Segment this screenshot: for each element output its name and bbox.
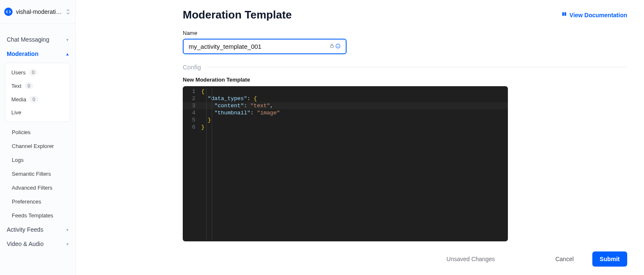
nav-label: Chat Messaging	[7, 36, 49, 43]
sidebar: vishal-moderatio... Chat Messaging ▾ Mod…	[0, 0, 76, 275]
name-input-wrap	[183, 39, 347, 54]
subnav-label: Text	[11, 83, 21, 89]
input-icons	[329, 43, 341, 50]
nav-label: Moderation	[7, 50, 38, 57]
code-line: 5 }	[183, 116, 508, 124]
line-number: 3	[183, 102, 201, 109]
count-badge: 0	[29, 96, 38, 103]
code-line: 6}	[183, 124, 508, 131]
subnav-semantic-filters[interactable]: Semantic Filters	[3, 167, 72, 181]
doc-link-label: View Documentation	[570, 12, 627, 19]
line-number: 2	[183, 95, 201, 102]
chevron-down-icon: ▾	[66, 242, 68, 246]
code-content: "data_types": {	[201, 95, 508, 102]
editor-title: New Moderation Template	[183, 77, 627, 83]
submit-button[interactable]: Submit	[592, 251, 627, 267]
count-badge: 0	[25, 82, 33, 89]
subnav-live[interactable]: Live	[6, 106, 69, 119]
chevron-up-icon: ▴	[66, 52, 68, 56]
moderation-subnav-card: Users 0 Text 0 Media 0 Live	[5, 63, 70, 122]
app-switch-icon	[66, 9, 70, 15]
nav-chat-messaging[interactable]: Chat Messaging ▾	[3, 32, 72, 47]
subnav-advanced-filters[interactable]: Advanced Filters	[3, 181, 72, 195]
nav-moderation[interactable]: Moderation ▴	[3, 47, 72, 61]
subnav-label: Users	[11, 69, 26, 76]
code-content: "content": "text",	[201, 102, 508, 109]
line-number: 6	[183, 124, 201, 131]
code-content: {	[201, 88, 508, 95]
code-line: 2 "data_types": {	[183, 95, 508, 102]
app-switcher[interactable]: vishal-moderatio...	[0, 0, 75, 24]
subnav-users[interactable]: Users 0	[6, 66, 69, 79]
line-number: 5	[183, 116, 201, 124]
unsaved-status: Unsaved Changes	[447, 256, 495, 262]
code-line: 1{	[183, 88, 508, 95]
line-number: 1	[183, 88, 201, 95]
divider-line	[208, 67, 627, 67]
name-input[interactable]	[189, 43, 327, 50]
name-field: Name	[183, 30, 627, 54]
lock-icon	[329, 43, 334, 50]
form-footer: Unsaved Changes Cancel Submit	[183, 251, 627, 267]
subnav-feeds-templates[interactable]: Feeds Templates	[3, 209, 72, 222]
json-editor[interactable]: 1{2 "data_types": {3 "content": "text",4…	[183, 86, 508, 241]
subnav-channel-explorer[interactable]: Channel Explorer	[3, 139, 72, 153]
code-content: }	[201, 124, 508, 131]
cancel-button[interactable]: Cancel	[548, 251, 581, 267]
sidebar-nav: Chat Messaging ▾ Moderation ▴ Users 0 Te…	[0, 24, 75, 254]
subnav-media[interactable]: Media 0	[6, 93, 69, 106]
name-label: Name	[183, 30, 627, 36]
config-label: Config	[183, 63, 201, 71]
line-number: 4	[183, 109, 201, 116]
nav-activity-feeds[interactable]: Activity Feeds ▾	[3, 222, 72, 237]
svg-rect-0	[331, 46, 334, 48]
subnav-preferences[interactable]: Preferences	[3, 195, 72, 209]
code-line: 3 "content": "text",	[183, 102, 508, 109]
page-title: Moderation Template	[183, 8, 292, 21]
nav-label: Activity Feeds	[7, 226, 43, 233]
chevron-down-icon: ▾	[66, 227, 68, 232]
nav-label: Video & Audio	[7, 241, 44, 247]
code-line: 4 "thumbnail": "image"	[183, 109, 508, 116]
count-badge: 0	[29, 69, 37, 76]
main-header: Moderation Template View Documentation	[183, 8, 627, 21]
code-content: }	[201, 116, 508, 124]
app-icon	[4, 8, 13, 16]
subnav-label: Live	[11, 109, 21, 116]
info-icon[interactable]	[335, 43, 341, 50]
view-documentation-link[interactable]: View Documentation	[561, 11, 627, 19]
subnav-policies[interactable]: Policies	[3, 125, 72, 139]
subnav-text[interactable]: Text 0	[6, 79, 69, 93]
nav-video-audio[interactable]: Video & Audio ▾	[3, 237, 72, 251]
subnav-logs[interactable]: Logs	[3, 153, 72, 167]
book-icon	[561, 11, 567, 19]
config-section-header: Config	[183, 63, 627, 71]
chevron-down-icon: ▾	[66, 37, 68, 42]
code-content: "thumbnail": "image"	[201, 109, 508, 116]
subnav-label: Media	[11, 96, 26, 103]
app-name: vishal-moderatio...	[16, 8, 63, 15]
main-content: Moderation Template View Documentation N…	[76, 0, 644, 275]
